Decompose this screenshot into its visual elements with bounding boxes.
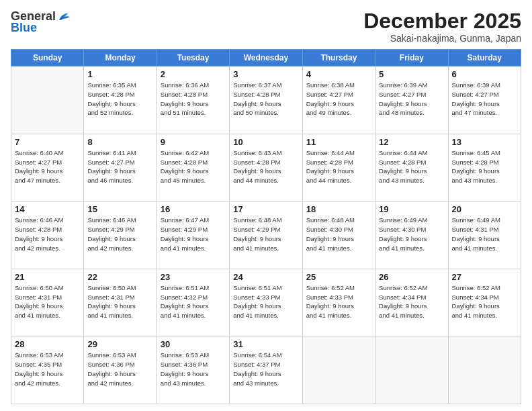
calendar-cell: 15Sunrise: 6:46 AMSunset: 4:29 PMDayligh… (84, 201, 157, 269)
day-number: 20 (452, 204, 517, 214)
cell-info: Sunrise: 6:53 AMSunset: 4:35 PMDaylight:… (15, 351, 80, 387)
cell-info: Sunrise: 6:47 AMSunset: 4:29 PMDaylight:… (161, 216, 226, 253)
calendar-cell (302, 336, 375, 404)
calendar-week-row: 7Sunrise: 6:40 AMSunset: 4:27 PMDaylight… (11, 134, 521, 201)
day-number: 31 (233, 339, 298, 349)
day-number: 5 (379, 69, 444, 79)
calendar-cell: 3Sunrise: 6:37 AMSunset: 4:28 PMDaylight… (230, 66, 302, 134)
day-number: 3 (233, 69, 298, 79)
weekday-header-cell: Tuesday (157, 50, 229, 66)
cell-info: Sunrise: 6:53 AMSunset: 4:36 PMDaylight:… (161, 351, 226, 387)
logo: General Blue (11, 9, 72, 35)
calendar-cell: 27Sunrise: 6:52 AMSunset: 4:34 PMDayligh… (448, 269, 521, 336)
calendar-cell: 24Sunrise: 6:51 AMSunset: 4:33 PMDayligh… (230, 269, 302, 336)
cell-info: Sunrise: 6:49 AMSunset: 4:30 PMDaylight:… (379, 216, 444, 253)
calendar-cell: 8Sunrise: 6:41 AMSunset: 4:27 PMDaylight… (84, 134, 157, 201)
calendar-cell: 25Sunrise: 6:52 AMSunset: 4:33 PMDayligh… (302, 269, 375, 336)
cell-info: Sunrise: 6:44 AMSunset: 4:28 PMDaylight:… (306, 148, 371, 185)
day-number: 18 (306, 204, 371, 214)
cell-info: Sunrise: 6:45 AMSunset: 4:28 PMDaylight:… (452, 148, 517, 185)
cell-info: Sunrise: 6:39 AMSunset: 4:27 PMDaylight:… (379, 81, 444, 118)
calendar-cell: 7Sunrise: 6:40 AMSunset: 4:27 PMDaylight… (11, 134, 84, 201)
header: General Blue December 2025 Sakai-nakajim… (11, 9, 521, 44)
day-number: 27 (452, 272, 517, 282)
day-number: 29 (87, 339, 152, 349)
calendar-table: SundayMondayTuesdayWednesdayThursdayFrid… (11, 49, 521, 404)
page: General Blue December 2025 Sakai-nakajim… (0, 0, 532, 411)
day-number: 16 (161, 204, 226, 214)
cell-info: Sunrise: 6:48 AMSunset: 4:29 PMDaylight:… (233, 216, 298, 253)
cell-info: Sunrise: 6:51 AMSunset: 4:33 PMDaylight:… (233, 283, 298, 320)
calendar-cell: 31Sunrise: 6:54 AMSunset: 4:37 PMDayligh… (230, 336, 302, 404)
calendar-cell (11, 66, 84, 134)
calendar-cell: 20Sunrise: 6:49 AMSunset: 4:31 PMDayligh… (448, 201, 521, 269)
day-number: 28 (15, 339, 80, 349)
calendar-week-row: 14Sunrise: 6:46 AMSunset: 4:28 PMDayligh… (11, 201, 521, 269)
day-number: 13 (452, 137, 517, 147)
day-number: 30 (161, 339, 226, 349)
day-number: 1 (87, 69, 152, 79)
cell-info: Sunrise: 6:50 AMSunset: 4:31 PMDaylight:… (87, 283, 152, 320)
calendar-cell: 28Sunrise: 6:53 AMSunset: 4:35 PMDayligh… (11, 336, 84, 404)
weekday-header-row: SundayMondayTuesdayWednesdayThursdayFrid… (11, 50, 521, 66)
day-number: 21 (15, 272, 80, 282)
day-number: 19 (379, 204, 444, 214)
calendar-cell: 26Sunrise: 6:52 AMSunset: 4:34 PMDayligh… (375, 269, 448, 336)
cell-info: Sunrise: 6:50 AMSunset: 4:31 PMDaylight:… (15, 283, 80, 320)
cell-info: Sunrise: 6:51 AMSunset: 4:32 PMDaylight:… (161, 283, 226, 320)
cell-info: Sunrise: 6:54 AMSunset: 4:37 PMDaylight:… (233, 351, 298, 387)
day-number: 22 (87, 272, 152, 282)
calendar-cell: 12Sunrise: 6:44 AMSunset: 4:28 PMDayligh… (375, 134, 448, 201)
day-number: 14 (15, 204, 80, 214)
location: Sakai-nakajima, Gunma, Japan (363, 33, 521, 44)
cell-info: Sunrise: 6:52 AMSunset: 4:34 PMDaylight:… (452, 283, 517, 320)
calendar-cell: 14Sunrise: 6:46 AMSunset: 4:28 PMDayligh… (11, 201, 84, 269)
day-number: 7 (15, 137, 80, 147)
day-number: 10 (233, 137, 298, 147)
weekday-header-cell: Saturday (448, 50, 521, 66)
calendar-cell: 19Sunrise: 6:49 AMSunset: 4:30 PMDayligh… (375, 201, 448, 269)
calendar-cell: 13Sunrise: 6:45 AMSunset: 4:28 PMDayligh… (448, 134, 521, 201)
calendar-cell: 6Sunrise: 6:39 AMSunset: 4:27 PMDaylight… (448, 66, 521, 134)
cell-info: Sunrise: 6:46 AMSunset: 4:29 PMDaylight:… (87, 216, 152, 253)
calendar-cell: 21Sunrise: 6:50 AMSunset: 4:31 PMDayligh… (11, 269, 84, 336)
calendar-cell: 23Sunrise: 6:51 AMSunset: 4:32 PMDayligh… (157, 269, 229, 336)
weekday-header-cell: Wednesday (230, 50, 302, 66)
day-number: 24 (233, 272, 298, 282)
cell-info: Sunrise: 6:41 AMSunset: 4:27 PMDaylight:… (87, 148, 152, 185)
day-number: 8 (87, 137, 152, 147)
day-number: 6 (452, 69, 517, 79)
calendar-cell: 2Sunrise: 6:36 AMSunset: 4:28 PMDaylight… (157, 66, 229, 134)
cell-info: Sunrise: 6:38 AMSunset: 4:27 PMDaylight:… (306, 81, 371, 118)
day-number: 25 (306, 272, 371, 282)
cell-info: Sunrise: 6:46 AMSunset: 4:28 PMDaylight:… (15, 216, 80, 253)
calendar-cell: 1Sunrise: 6:35 AMSunset: 4:28 PMDaylight… (84, 66, 157, 134)
weekday-header-cell: Sunday (11, 50, 84, 66)
calendar-week-row: 1Sunrise: 6:35 AMSunset: 4:28 PMDaylight… (11, 66, 521, 134)
cell-info: Sunrise: 6:42 AMSunset: 4:28 PMDaylight:… (161, 148, 226, 185)
day-number: 15 (87, 204, 152, 214)
day-number: 12 (379, 137, 444, 147)
calendar-cell: 17Sunrise: 6:48 AMSunset: 4:29 PMDayligh… (230, 201, 302, 269)
cell-info: Sunrise: 6:43 AMSunset: 4:28 PMDaylight:… (233, 148, 298, 185)
cell-info: Sunrise: 6:40 AMSunset: 4:27 PMDaylight:… (15, 148, 80, 185)
cell-info: Sunrise: 6:39 AMSunset: 4:27 PMDaylight:… (452, 81, 517, 118)
calendar-cell: 10Sunrise: 6:43 AMSunset: 4:28 PMDayligh… (230, 134, 302, 201)
weekday-header-cell: Thursday (302, 50, 375, 66)
calendar-cell: 22Sunrise: 6:50 AMSunset: 4:31 PMDayligh… (84, 269, 157, 336)
calendar-cell: 18Sunrise: 6:48 AMSunset: 4:30 PMDayligh… (302, 201, 375, 269)
day-number: 4 (306, 69, 371, 79)
day-number: 26 (379, 272, 444, 282)
calendar-week-row: 28Sunrise: 6:53 AMSunset: 4:35 PMDayligh… (11, 336, 521, 404)
day-number: 9 (161, 137, 226, 147)
calendar-cell: 9Sunrise: 6:42 AMSunset: 4:28 PMDaylight… (157, 134, 229, 201)
day-number: 23 (161, 272, 226, 282)
weekday-header-cell: Monday (84, 50, 157, 66)
calendar-cell: 30Sunrise: 6:53 AMSunset: 4:36 PMDayligh… (157, 336, 229, 404)
cell-info: Sunrise: 6:44 AMSunset: 4:28 PMDaylight:… (379, 148, 444, 185)
calendar-cell: 16Sunrise: 6:47 AMSunset: 4:29 PMDayligh… (157, 201, 229, 269)
cell-info: Sunrise: 6:52 AMSunset: 4:34 PMDaylight:… (379, 283, 444, 320)
cell-info: Sunrise: 6:37 AMSunset: 4:28 PMDaylight:… (233, 81, 298, 118)
logo-blue: Blue (11, 21, 37, 35)
logo-bird-icon (57, 11, 72, 23)
